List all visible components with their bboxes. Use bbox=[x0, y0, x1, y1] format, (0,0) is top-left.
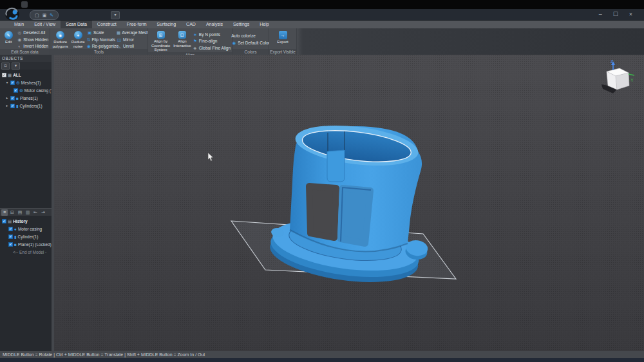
set-default-color-button[interactable]: ◉ Set Default Color bbox=[231, 40, 270, 46]
tree-item-motor-casing[interactable]: ⚙ Motor casing (T bbox=[0, 86, 52, 94]
group-label-colors: Colors bbox=[232, 49, 269, 55]
tree-item-cylinders[interactable]: ▸ ▮ Cylinders(1) bbox=[0, 102, 52, 110]
tab-edit-view[interactable]: Edit / View bbox=[29, 21, 61, 28]
group-colors-content: Auto colorize ◉ Set Default Color bbox=[232, 28, 269, 49]
by-n-points-button[interactable]: ∗ By N points bbox=[193, 32, 231, 37]
average-mesh-button[interactable]: ▦ Average Mesh bbox=[117, 30, 146, 35]
reduce-polygons-button[interactable]: ◉ Reduce polygons bbox=[52, 30, 69, 49]
expand-icon[interactable]: ▸ bbox=[5, 104, 9, 108]
window-inner-wall bbox=[341, 188, 370, 243]
unroll-button[interactable]: ◺ Unroll bbox=[117, 43, 146, 49]
all-checkbox[interactable] bbox=[2, 73, 6, 77]
tab-scan-data[interactable]: Scan Data bbox=[61, 21, 92, 28]
tab-main[interactable]: Main bbox=[9, 21, 29, 28]
objects-toolbar: ⊡ ▼ bbox=[0, 62, 52, 70]
tab-construct[interactable]: Construct bbox=[92, 21, 122, 28]
group-edit-scan-data-content: ✎ Edit ◎ Deselect All ◉ Show Hidden ◐ In… bbox=[0, 28, 50, 49]
history-cylinder-label: Cylinder(1) bbox=[18, 234, 39, 239]
tree-item-planes[interactable]: ▸ ■ Planes(1) bbox=[0, 94, 52, 102]
reduce-polygons-label: Reduce polygons bbox=[52, 40, 69, 48]
cylinders-checkbox[interactable] bbox=[10, 104, 15, 108]
viewport-3d[interactable]: Z -Y bbox=[54, 55, 644, 351]
scale-label: Scale bbox=[93, 30, 104, 35]
tree-item-all[interactable]: ▦ ALL bbox=[0, 71, 52, 79]
edit-button-label: Edit bbox=[5, 40, 12, 44]
re-polygonize-label: Re-polygonize bbox=[92, 44, 119, 48]
invert-hidden-button[interactable]: ◐ Invert Hidden bbox=[17, 43, 48, 49]
reduce-noise-label: Reduce noise bbox=[70, 40, 86, 48]
list-view-icon[interactable]: ≡ bbox=[1, 209, 8, 216]
tools-small-col-2: ▦ Average Mesh ◫ Mirror ◺ Unroll bbox=[117, 30, 146, 49]
show-hidden-button[interactable]: ◉ Show Hidden bbox=[17, 37, 48, 43]
edit-pencil-icon[interactable]: ✎ bbox=[50, 13, 53, 17]
align-interactive-icon: ⊡ bbox=[178, 31, 186, 39]
global-fine-align-button[interactable]: ◈ Global Fine Align bbox=[193, 45, 231, 51]
tab-analysis[interactable]: Analysis bbox=[201, 21, 228, 28]
motor-casing-checkbox[interactable] bbox=[14, 88, 18, 93]
expand-all-icon[interactable]: ▤ bbox=[17, 209, 23, 216]
tree-view-icon[interactable]: ⊟ bbox=[9, 209, 15, 216]
history-checkbox[interactable] bbox=[2, 219, 6, 224]
qat-more-button[interactable]: ▾ bbox=[111, 11, 120, 19]
ribbon-groups: ✎ Edit ◎ Deselect All ◉ Show Hidden ◐ In… bbox=[0, 28, 644, 55]
re-polygonize-button[interactable]: ◉ Re-polygonize bbox=[87, 43, 115, 49]
tab-cad[interactable]: CAD bbox=[181, 21, 201, 28]
history-plane-label: Plane(1) (Locked) bbox=[18, 242, 52, 247]
fine-align-label: Fine-align bbox=[199, 39, 218, 43]
group-colors: Auto colorize ◉ Set Default Color Colors bbox=[232, 28, 269, 55]
filter-icon[interactable]: ▼ bbox=[12, 62, 20, 70]
align-by-coordinate-system-button[interactable]: ⊞ Align by Coordinate System bbox=[149, 30, 172, 52]
go-last-icon[interactable]: ⇥ bbox=[40, 209, 46, 216]
view-cube[interactable]: Z -Y bbox=[599, 57, 638, 95]
tab-settings[interactable]: Settings bbox=[228, 21, 254, 28]
meshes-checkbox[interactable] bbox=[10, 81, 15, 85]
tab-free-form[interactable]: Free-form bbox=[122, 21, 152, 28]
auto-colorize-button[interactable]: Auto colorize bbox=[231, 33, 270, 39]
all-layers-icon: ▦ bbox=[8, 73, 12, 77]
save-icon[interactable]: ▣ bbox=[43, 13, 47, 17]
history-plane-checkbox[interactable] bbox=[8, 242, 13, 247]
visibility-icon[interactable]: ⊡ bbox=[1, 62, 10, 70]
plane-icon: ■ bbox=[14, 242, 17, 247]
tab-help[interactable]: Help bbox=[254, 21, 274, 28]
group-tools: ◉ Reduce polygons ∗ Reduce noise ▣ Scale… bbox=[50, 28, 148, 55]
reduce-noise-button[interactable]: ∗ Reduce noise bbox=[70, 30, 86, 49]
edit-button[interactable]: ✎ Edit bbox=[1, 30, 15, 49]
maximize-button[interactable]: ☐ bbox=[613, 11, 618, 17]
rim-tab bbox=[327, 150, 345, 182]
align-interactive-label: Align Interactive bbox=[173, 39, 191, 48]
top-strip-icon bbox=[21, 1, 28, 8]
close-button[interactable]: × bbox=[629, 11, 632, 17]
tree-item-history-root[interactable]: ▤ History bbox=[0, 217, 52, 225]
go-first-icon[interactable]: ⇤ bbox=[32, 209, 39, 216]
group-label-tools: Tools bbox=[50, 49, 147, 55]
align-interactive-button[interactable]: ⊡ Align Interactive bbox=[173, 30, 191, 52]
quick-access-toolbar: ▢ ▣ ✎ bbox=[30, 10, 59, 20]
left-panel: OBJECTS ⊡ ▼ ▦ ALL ▾ ⚙ Meshes(1) ⚙ Motor … bbox=[0, 55, 52, 351]
collapse-icon[interactable]: ▾ bbox=[5, 81, 9, 84]
export-button[interactable]: → Export bbox=[274, 30, 292, 49]
fine-align-button[interactable]: ⚑ Fine-align bbox=[193, 38, 231, 44]
set-default-color-label: Set Default Color bbox=[238, 41, 270, 45]
history-item-plane[interactable]: ■ Plane(1) (Locked) bbox=[0, 240, 52, 248]
tree-item-meshes[interactable]: ▾ ⚙ Meshes(1) bbox=[0, 79, 52, 86]
open-icon[interactable]: ▢ bbox=[35, 13, 39, 17]
flip-normals-button[interactable]: ⇅ Flip Normals bbox=[87, 37, 115, 43]
expand-icon[interactable]: ▸ bbox=[5, 96, 9, 100]
scale-icon: ▣ bbox=[87, 30, 92, 35]
history-motor-casing-checkbox[interactable] bbox=[8, 227, 13, 231]
app-logo-icon[interactable] bbox=[5, 7, 20, 21]
planes-checkbox[interactable] bbox=[10, 96, 15, 100]
all-label: ALL bbox=[13, 73, 21, 77]
history-item-motor-casing[interactable]: ● Motor casing bbox=[0, 225, 52, 233]
history-item-cylinder[interactable]: ▮ Cylinder(1) bbox=[0, 233, 52, 240]
export-icon: → bbox=[279, 31, 287, 39]
collapse-all-icon[interactable]: ▥ bbox=[24, 209, 31, 216]
history-cylinder-checkbox[interactable] bbox=[8, 234, 13, 239]
tab-surfacing[interactable]: Surfacing bbox=[152, 21, 182, 28]
minimize-button[interactable]: – bbox=[599, 11, 602, 17]
deselect-all-button[interactable]: ◎ Deselect All bbox=[17, 30, 48, 35]
scale-button[interactable]: ▣ Scale bbox=[87, 30, 115, 35]
auto-colorize-label: Auto colorize bbox=[231, 33, 256, 38]
mirror-button[interactable]: ◫ Mirror bbox=[117, 37, 146, 43]
